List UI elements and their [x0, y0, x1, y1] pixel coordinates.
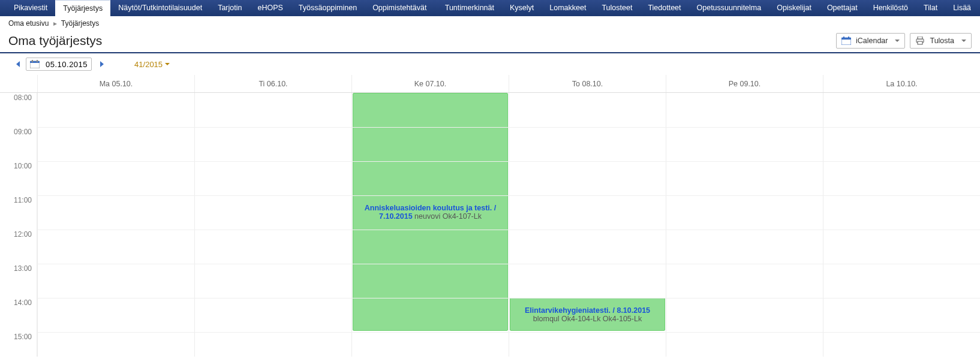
- chevron-down-icon: [895, 40, 900, 44]
- day-header: Ke 07.10.: [351, 75, 509, 92]
- time-label: 10:00: [14, 162, 32, 170]
- time-gutter: 08:0009:0010:0011:0012:0013:0014:0015:00: [0, 93, 37, 357]
- calendar-event[interactable]: Elintarvikehygieniatesti. / 8.10.2015 bl…: [510, 298, 665, 331]
- calendar-icon: [841, 37, 851, 45]
- page-title: Oma työjärjestys: [8, 34, 831, 48]
- time-label: 08:00: [14, 93, 32, 102]
- day-column[interactable]: [194, 93, 351, 357]
- nav-more[interactable]: Lisää: [945, 0, 980, 16]
- calendar-day-headers: Ma 05.10.Ti 06.10.Ke 07.10.To 08.10.Pe 0…: [0, 75, 980, 93]
- day-header: La 10.10.: [823, 75, 980, 92]
- week-selector[interactable]: 41/2015: [134, 60, 170, 69]
- day-header: Ti 06.10.: [194, 75, 351, 92]
- nav-item-henkilöstö[interactable]: Henkilöstö: [865, 0, 916, 16]
- svg-rect-9: [32, 60, 33, 62]
- breadcrumb-home[interactable]: Oma etusivu: [8, 19, 49, 28]
- time-label: 13:00: [14, 264, 32, 273]
- breadcrumb-separator: ▸: [53, 19, 57, 28]
- nav-item-tilat[interactable]: Tilat: [916, 0, 945, 16]
- day-column[interactable]: [666, 93, 823, 357]
- time-label: 14:00: [14, 298, 32, 307]
- calendar: Ma 05.10.Ti 06.10.Ke 07.10.To 08.10.Pe 0…: [0, 75, 980, 357]
- print-button[interactable]: Tulosta: [910, 33, 972, 49]
- nav-item-lomakkeet[interactable]: Lomakkeet: [542, 0, 594, 16]
- nav-item-tarjotin[interactable]: Tarjotin: [210, 0, 249, 16]
- page-header: Oma työjärjestys iCalendar Tulosta: [0, 31, 980, 53]
- day-column[interactable]: Elintarvikehygieniatesti. / 8.10.2015 bl…: [509, 93, 666, 357]
- svg-rect-6: [918, 41, 922, 44]
- nav-item-opetussuunnitelma[interactable]: Opetussuunnitelma: [689, 0, 769, 16]
- calendar-event[interactable]: Anniskeluasioiden koulutus ja testi. / 7…: [353, 93, 508, 331]
- time-gutter-head: [0, 75, 37, 92]
- svg-rect-1: [841, 38, 851, 40]
- svg-rect-2: [843, 37, 844, 39]
- print-label: Tulosta: [930, 37, 954, 45]
- chevron-down-icon: [165, 63, 170, 68]
- event-detail: neuvovi Ok4-107-Lk: [414, 212, 482, 221]
- day-column[interactable]: [37, 93, 194, 357]
- nav-item-pikaviestit[interactable]: Pikaviestit: [6, 0, 55, 16]
- nav-item-tuntimerkinnät[interactable]: Tuntimerkinnät: [437, 0, 502, 16]
- event-title: Elintarvikehygieniatesti. / 8.10.2015: [525, 306, 650, 315]
- printer-icon: [915, 37, 925, 45]
- svg-rect-8: [30, 61, 40, 63]
- next-week-button[interactable]: [100, 61, 107, 67]
- event-detail: blomqul Ok4-104-Lk Ok4-105-Lk: [533, 315, 642, 323]
- chevron-down-icon: [957, 23, 961, 28]
- nav-item-työssäoppiminen[interactable]: Työssäoppiminen: [291, 0, 365, 16]
- svg-rect-10: [37, 60, 38, 62]
- calendar-toolbar: 05.10.2015 41/2015: [0, 53, 980, 75]
- nav-item-oppimistehtävät-tentit[interactable]: Oppimistehtävät / Tentit: [365, 0, 437, 16]
- icalendar-button[interactable]: iCalendar: [836, 33, 906, 49]
- breadcrumb: Oma etusivu ▸ Työjärjestys: [0, 16, 980, 31]
- nav-item-tulosteet[interactable]: Tulosteet: [594, 0, 640, 16]
- nav-item-tiedotteet[interactable]: Tiedotteet: [640, 0, 689, 16]
- top-nav: PikaviestitTyöjärjestysNäytöt/Tutkintoti…: [0, 0, 980, 16]
- prev-week-button[interactable]: [13, 61, 20, 67]
- svg-rect-3: [848, 37, 849, 39]
- day-column[interactable]: Anniskeluasioiden koulutus ja testi. / 7…: [351, 93, 509, 357]
- date-value: 05.10.2015: [46, 60, 88, 69]
- nav-item-näytöt-tutkintotilaisuudet[interactable]: Näytöt/Tutkintotilaisuudet: [110, 0, 210, 16]
- nav-item-työjärjestys[interactable]: Työjärjestys: [55, 0, 110, 16]
- time-label: 12:00: [14, 230, 32, 239]
- nav-item-kyselyt[interactable]: Kyselyt: [502, 0, 542, 16]
- day-header: Ma 05.10.: [37, 75, 194, 92]
- icalendar-label: iCalendar: [856, 37, 888, 45]
- date-picker[interactable]: 05.10.2015: [26, 58, 92, 71]
- svg-rect-5: [918, 37, 922, 39]
- calendar-icon: [30, 60, 40, 68]
- day-header: To 08.10.: [509, 75, 666, 92]
- day-column[interactable]: [823, 93, 980, 357]
- time-label: 11:00: [14, 196, 32, 204]
- calendar-body: 08:0009:0010:0011:0012:0013:0014:0015:00…: [0, 93, 980, 357]
- nav-item-opiskelijat[interactable]: Opiskelijat: [769, 0, 819, 16]
- time-label: 15:00: [14, 333, 32, 341]
- week-value: 41/2015: [134, 60, 163, 69]
- nav-item-opettajat[interactable]: Opettajat: [819, 0, 865, 16]
- day-header: Pe 09.10.: [666, 75, 823, 92]
- time-label: 09:00: [14, 128, 32, 136]
- nav-item-ehops[interactable]: eHOPS: [249, 0, 290, 16]
- breadcrumb-current[interactable]: Työjärjestys: [61, 19, 99, 28]
- chevron-down-icon: [961, 40, 966, 44]
